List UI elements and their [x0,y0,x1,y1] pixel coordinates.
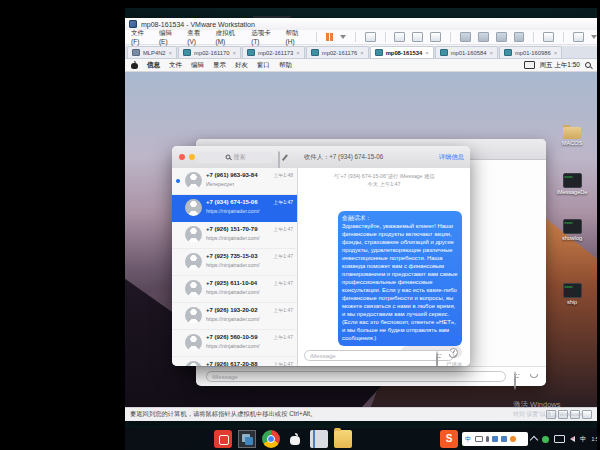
menu-help[interactable]: 帮助(H) [286,29,308,45]
vm-tab-mp01-160584[interactable]: mp01-160584 × [435,46,498,58]
tray-display-icon[interactable] [554,435,565,443]
close-window-button[interactable] [179,154,185,160]
macos-menu-messages[interactable]: 信息 [147,61,160,70]
tray-security-icon[interactable] [542,436,549,443]
suspend-vm-button[interactable] [326,33,333,41]
minimize-window-button[interactable] [189,154,195,160]
macos-menu-file[interactable]: 文件 [169,61,182,70]
desktop-icon-ship-script[interactable]: ship [555,283,589,305]
conversation-row[interactable]: +7 (925) 611-10-04 https://ninjatrader.c… [172,276,297,303]
close-tab-icon[interactable]: × [169,51,173,55]
toolbox-icon[interactable] [501,436,507,442]
macos-clock[interactable]: 周五 上午1:50 [540,61,580,70]
close-tab-icon[interactable]: × [489,51,493,55]
macos-menu-view[interactable]: 显示 [213,61,226,70]
taskbar-notebook-app-icon[interactable] [310,430,328,448]
desktop-icon-macos-folder[interactable]: MACOS [555,127,589,146]
sogou-toolbar[interactable]: 中 [462,432,528,446]
voice-input-icon[interactable] [486,436,489,442]
imessage-input-background[interactable] [206,371,506,382]
vm-tab-mp01-160986[interactable]: mp01-160986 × [499,46,562,58]
vm-icon [504,49,512,56]
vm-icon [247,49,255,56]
recipient-label: 收件人：+7 (934) 674-15-06 [304,153,383,162]
toolbar-separator [450,32,451,42]
desktop-icon-showlog-script[interactable]: showlog [555,219,589,241]
manage-snapshots-button[interactable] [430,32,441,42]
macos-menu-window[interactable]: 窗口 [257,61,270,70]
macos-menu-help[interactable]: 帮助 [279,61,292,70]
vm-tab-mp08-161534-active[interactable]: mp08-161534 × [370,46,434,58]
emoji-picker-icon[interactable] [436,351,438,366]
sogou-ime-icon[interactable]: S [440,430,458,448]
tray-clock[interactable]: 1:50 [592,436,598,442]
take-snapshot-button[interactable] [394,32,405,42]
skin-icon[interactable] [510,436,516,442]
menu-view[interactable]: 查看(V) [187,29,208,45]
emoji-panel-icon[interactable] [492,436,498,442]
desktop-icon-imessagede-script[interactable]: iMessageDe [555,173,589,195]
conversation-row-selected[interactable]: +7 (934) 674-15-06 https://ninjatrader.c… [172,195,297,222]
avatar [185,280,202,297]
show-library-button[interactable] [460,32,471,42]
apple-menu-icon[interactable] [131,61,138,69]
console-view-button[interactable] [543,32,554,42]
close-tab-icon[interactable]: × [425,51,429,55]
close-tab-icon[interactable]: × [360,51,364,55]
conversation-row[interactable]: +7 (926) 151-70-79 https://ninjatrader.c… [172,222,297,249]
suspend-dropdown-icon[interactable] [340,35,346,39]
display-status-icon[interactable] [524,61,535,69]
revert-snapshot-button[interactable] [412,32,423,42]
close-tab-icon[interactable]: × [232,51,236,55]
menu-file[interactable]: 文件(F) [131,29,152,45]
conversation-row[interactable]: +7 (926) 193-20-02 https://ninjatrader.c… [172,303,297,330]
compose-new-message-button[interactable] [278,151,280,170]
imessage-input[interactable] [304,350,454,361]
conversation-row[interactable]: +7 (961) 963-93-84 Интересует 上午1:48 [172,168,297,195]
spotlight-search-icon[interactable] [585,62,591,68]
vm-tab-mp02-161173[interactable]: mp02-161173 × [242,46,305,58]
avatar [185,307,202,324]
taskbar-apple-tool-icon[interactable] [286,430,304,448]
unity-button[interactable] [514,32,525,42]
vm-icon [375,49,383,56]
system-tray: 中 1:50 [531,428,597,450]
taskbar-red-app-icon[interactable] [214,430,232,448]
menu-tabs[interactable]: 选项卡(T) [251,29,278,45]
tray-volume-muted-icon[interactable] [570,436,575,442]
fullscreen-button[interactable] [496,32,507,42]
close-tab-icon[interactable]: × [296,51,300,55]
background-window-input-bar [196,366,546,386]
vm-tab-mp02-161170[interactable]: mp02-161170 × [178,46,241,58]
vm-icon [440,49,448,56]
layout-button[interactable] [573,32,584,42]
send-ctrl-alt-del-button[interactable] [365,32,376,42]
menu-edit[interactable]: 编辑(E) [159,29,180,45]
macos-menu-buddies[interactable]: 好友 [235,61,248,70]
conversation-row[interactable]: +7 (926) 560-10-59 https://ninjatrader.c… [172,330,297,357]
soft-keyboard-icon[interactable] [475,436,483,442]
macos-menu-edit[interactable]: 编辑 [191,61,204,70]
library-icon [132,49,140,56]
taskbar-file-explorer-icon[interactable] [334,430,352,448]
close-tab-icon[interactable]: × [554,51,558,55]
vmware-menubar: 文件(F) 编辑(E) 查看(V) 虚拟机(M) 选项卡(T) 帮助(H) [125,30,597,45]
tray-expand-icon[interactable] [530,436,538,444]
details-button[interactable]: 详细信息 [439,153,464,162]
layout-dropdown-icon[interactable] [591,35,597,39]
ime-mode-label[interactable]: 中 [465,432,472,446]
show-thumbnail-bar-button[interactable] [478,32,489,42]
vm-tab-home[interactable]: MLP4N2 × [127,46,177,58]
conversation-row[interactable]: +7 (926) 617-20-88 https://ninjatrader.c… [172,357,297,366]
taskbar-chrome-icon[interactable] [262,430,280,448]
messages-toolbar[interactable]: 搜索 收件人：+7 (934) 674-15-06 详细信息 [172,146,470,169]
conversation-row[interactable]: +7 (925) 735-15-03 https://ninjatrader.c… [172,249,297,276]
emoji-picker-icon[interactable] [514,371,516,390]
shell-script-icon [563,173,582,188]
search-field[interactable]: 搜索 [198,152,272,163]
windows-activation-watermark: 激活 Windows 转到“设置”以激活 Windows。 [513,400,588,419]
menu-vm[interactable]: 虚拟机(M) [216,29,245,45]
tray-ime-indicator[interactable]: 中 [580,435,587,444]
taskbar-vmware-icon-active[interactable] [238,430,256,448]
vm-tab-mp02-161176[interactable]: mp02-161176 × [306,46,369,58]
